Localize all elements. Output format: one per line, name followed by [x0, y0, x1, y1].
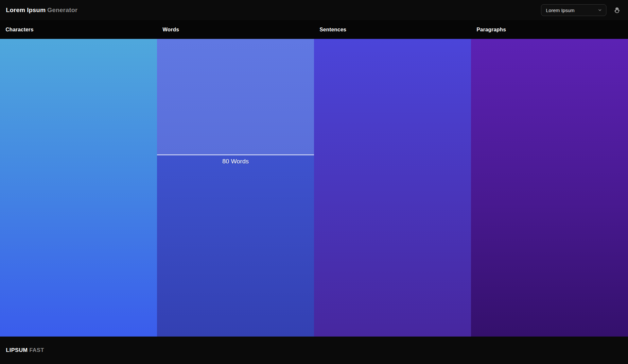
top-bar-actions: Lorem Ipsum	[541, 4, 621, 16]
lorem-type-dropdown-value: Lorem Ipsum	[546, 8, 575, 13]
footer-brand-primary: LIPSUM	[6, 347, 28, 353]
lorem-type-dropdown[interactable]: Lorem Ipsum	[541, 4, 606, 16]
footer-brand: LIPSUMFAST	[6, 347, 44, 354]
sentences-slider[interactable]	[314, 39, 471, 337]
page-title: Lorem IpsumGenerator	[6, 7, 78, 14]
words-slider[interactable]: 80 Words	[157, 39, 314, 337]
pointer-hand-icon[interactable]	[612, 6, 621, 15]
column-headers-row: Characters Words Sentences Paragraphs	[0, 20, 628, 39]
column-header-sentences: Sentences	[314, 20, 471, 39]
words-slider-lower-region[interactable]: 80 Words	[157, 155, 314, 337]
page-title-primary: Lorem Ipsum	[6, 7, 46, 13]
words-slider-upper-region[interactable]	[157, 39, 314, 155]
column-header-characters: Characters	[0, 20, 157, 39]
chevron-down-icon	[598, 8, 602, 12]
words-value-label: 80 Words	[222, 158, 249, 165]
characters-slider[interactable]	[0, 39, 157, 337]
slider-columns: 80 Words	[0, 39, 628, 337]
page-title-secondary: Generator	[47, 7, 78, 13]
column-header-paragraphs: Paragraphs	[471, 20, 628, 39]
footer-brand-secondary: FAST	[29, 347, 44, 353]
footer-bar: LIPSUMFAST	[0, 337, 628, 364]
paragraphs-slider[interactable]	[471, 39, 628, 337]
top-bar: Lorem IpsumGenerator Lorem Ipsum	[0, 0, 628, 20]
column-header-words: Words	[157, 20, 314, 39]
